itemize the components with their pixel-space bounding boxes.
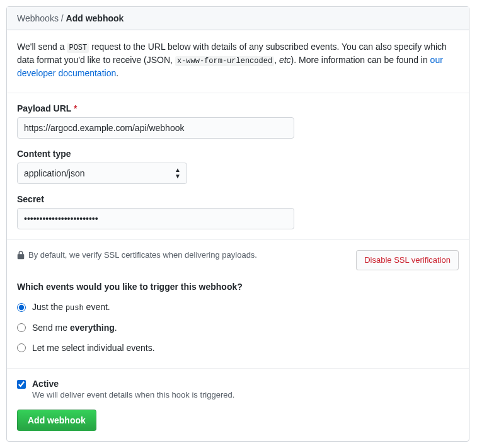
payload-url-label: Payload URL *: [17, 103, 459, 113]
content-type-label: Content type: [17, 149, 459, 159]
content-type-group: Content type application/json ▲▼: [17, 149, 459, 184]
radio-everything-input[interactable]: [17, 323, 26, 332]
breadcrumb-current: Add webhook: [66, 13, 124, 23]
required-asterisk: *: [74, 103, 77, 113]
radio-everything[interactable]: Send me everything.: [17, 318, 459, 338]
radio-push-input[interactable]: [17, 303, 26, 312]
radio-individual-input[interactable]: [17, 343, 26, 352]
breadcrumb-parent[interactable]: Webhooks: [17, 13, 59, 23]
active-desc: We will deliver event details when this …: [32, 390, 234, 399]
payload-url-group: Payload URL *: [17, 103, 459, 139]
radio-push[interactable]: Just the push event.: [17, 297, 459, 318]
active-row[interactable]: Active We will deliver event details whe…: [17, 379, 459, 399]
ssl-note: By default, we verify SSL certificates w…: [17, 250, 257, 260]
payload-url-input[interactable]: [17, 117, 294, 139]
active-label: Active: [32, 379, 59, 389]
breadcrumb: Webhooks / Add webhook: [7, 7, 469, 30]
webhook-panel: Webhooks / Add webhook We'll send a POST…: [6, 6, 469, 442]
intro-text: We'll send a POST request to the URL bel…: [17, 40, 459, 80]
intro-section: We'll send a POST request to the URL bel…: [7, 30, 469, 93]
ssl-events-section: By default, we verify SSL certificates w…: [7, 239, 469, 368]
active-checkbox[interactable]: [17, 380, 26, 389]
secret-input[interactable]: [17, 208, 294, 229]
secret-group: Secret: [17, 194, 459, 229]
post-code: POST: [67, 43, 89, 53]
secret-label: Secret: [17, 194, 459, 204]
breadcrumb-separator: /: [59, 13, 66, 23]
form-section: Payload URL * Content type application/j…: [7, 93, 469, 239]
ssl-row: By default, we verify SSL certificates w…: [17, 250, 459, 270]
urlencoded-code: x-www-form-urlencoded: [175, 56, 274, 66]
add-webhook-button[interactable]: Add webhook: [17, 410, 96, 431]
content-type-select[interactable]: application/json: [17, 163, 187, 184]
events-question: Which events would you like to trigger t…: [17, 282, 459, 292]
lock-icon: [17, 251, 25, 260]
radio-individual[interactable]: Let me select individual events.: [17, 338, 459, 358]
active-section: Active We will deliver event details whe…: [7, 368, 469, 441]
disable-ssl-button[interactable]: Disable SSL verification: [356, 250, 459, 270]
